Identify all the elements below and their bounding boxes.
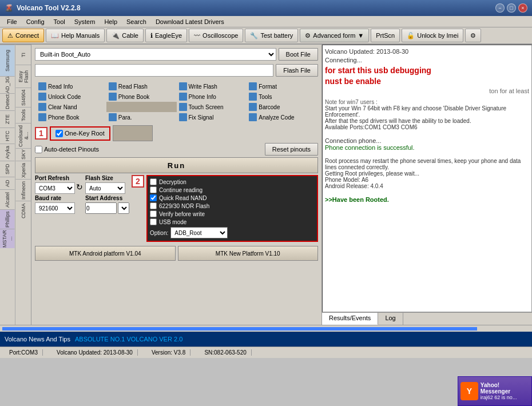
sidebar-item-si4904[interactable]: SI4904 <box>15 87 31 107</box>
advanced-form-button[interactable]: ⚙ Advanced form ▼ <box>300 29 369 42</box>
action-write-flash[interactable]: Write Flash <box>177 81 247 91</box>
sidebar-item-sky[interactable]: SKY <box>15 148 31 161</box>
badge-1: 1 <box>35 127 47 140</box>
option-dropdown[interactable]: ADB_Root <box>170 227 228 238</box>
onekey-root-checkbox[interactable] <box>55 130 63 137</box>
analyze-code-label: Analyze Code <box>259 114 294 121</box>
auto-detect-label[interactable]: Auto-detect Pinouts <box>35 146 99 153</box>
sidebar-item-easyflash[interactable]: Easy Flash <box>15 65 31 87</box>
log-line-6: Note for win7 users : <box>325 99 529 105</box>
sidebar-item-xperia[interactable]: Xperia <box>15 161 31 179</box>
menu-file[interactable]: File <box>2 17 22 26</box>
sidebar-item-ti[interactable]: TI <box>15 45 31 65</box>
dropdown-icon: ▼ <box>358 32 364 39</box>
sidebar-item-tools[interactable]: Tools <box>15 107 31 123</box>
reset-pinouts-button[interactable]: Reset pinouts <box>265 143 318 156</box>
read-flash-label: Read Flash <box>118 83 148 90</box>
action-barcode[interactable]: Barcode <box>247 102 317 112</box>
eagleeye-button[interactable]: ℹ EagleEye <box>145 29 187 42</box>
maximize-button[interactable]: □ <box>507 3 516 13</box>
flash-size-select[interactable]: Auto <box>85 182 125 194</box>
warning-icon: ⚠ <box>7 32 13 39</box>
close-button[interactable]: × <box>518 3 527 13</box>
yahoo-notification[interactable]: Y Yahoo! Messenger iraj62 62 is no... <box>458 376 532 406</box>
help-manuals-button[interactable]: 📖 Help Manuals <box>46 29 105 42</box>
action-touch-screen[interactable]: Touch Screen <box>177 102 247 112</box>
baud-select[interactable]: 921600 <box>35 202 75 214</box>
action-fix-signal[interactable]: Fix Signal <box>177 112 247 122</box>
cable-button[interactable]: 🔌 Cable <box>106 29 144 42</box>
run-button[interactable]: Run <box>35 157 318 173</box>
sidebar-item-aryka[interactable]: Aryka <box>0 144 15 161</box>
sidebar-item-coolsand[interactable]: Coolsand &... <box>15 123 31 148</box>
action-para[interactable]: Para. <box>106 112 177 122</box>
menu-config[interactable]: Config <box>22 17 49 26</box>
minimize-button[interactable]: − <box>495 3 505 13</box>
menu-system[interactable]: System <box>70 17 100 26</box>
settings-button[interactable]: ⚙ <box>465 29 481 42</box>
sidebar-item-htc[interactable]: HTC <box>0 128 15 144</box>
menu-search[interactable]: Search <box>122 17 151 26</box>
action-phone-book[interactable]: Phone Book <box>106 91 177 102</box>
sidebar-item-ad3g[interactable]: AD_3G <box>0 76 15 93</box>
verify-checkbox[interactable] <box>150 210 157 217</box>
action-analyze-code[interactable]: Analyze Code <box>247 112 317 122</box>
sidebar-item-detect[interactable]: Detect <box>0 93 15 110</box>
action-unlock-code[interactable]: Unlock Code <box>36 91 106 102</box>
yahoo-content: Yahoo! Messenger iraj62 62 is no... <box>481 382 529 400</box>
decryption-label: Decryption <box>159 179 186 185</box>
options-area: 2 Decryption Continue reading Quick Read… <box>132 175 318 242</box>
log-line-13: Getting Root privileges, please wait... <box>325 170 529 177</box>
decryption-checkbox[interactable] <box>150 178 157 185</box>
usb-mode-checkbox[interactable] <box>150 218 157 225</box>
quick-read-nand-checkbox[interactable] <box>150 194 157 201</box>
sidebar-item-samsung[interactable]: Samsung <box>0 45 15 76</box>
port-select[interactable]: COM3 <box>35 182 75 194</box>
para-label: Para. <box>118 114 132 121</box>
boot-select[interactable]: Built-in Boot_Auto <box>35 48 276 61</box>
flash-file-button[interactable]: Flash File <box>276 64 318 77</box>
tab-log[interactable]: Log <box>378 313 403 325</box>
oscilloscope-button[interactable]: 〰 Oscilloscope <box>189 29 243 42</box>
mtk-platform-1-button[interactable]: MTK Android platform V1.04 <box>35 246 176 261</box>
sidebar-item-phillips[interactable]: Phillips <box>0 209 15 229</box>
action-read-flash[interactable]: Read Flash <box>106 81 177 91</box>
port-refresh-icon[interactable]: ↻ <box>76 182 83 194</box>
sidebar-item-cdma[interactable]: CDMA <box>15 201 31 220</box>
news-link[interactable]: ABSOLUTE NO.1 VOLCANO VER 2.0 <box>75 336 182 343</box>
sidebar-item-spd[interactable]: SPD <box>0 161 15 177</box>
start-address-input[interactable] <box>85 202 117 214</box>
menu-tool[interactable]: Tool <box>49 17 70 26</box>
prtscn-button[interactable]: PrtScn <box>371 29 400 42</box>
sidebar-item-infineon[interactable]: Infineon <box>15 179 31 201</box>
action-phone-book2[interactable]: Phone Book <box>36 112 106 122</box>
sidebar-item-alcatel[interactable]: Alcatel <box>0 189 15 209</box>
action-format[interactable]: Format <box>247 81 317 91</box>
log-panel: Volcano Updated: 2013-08-30 Connecting..… <box>322 45 532 312</box>
unlock-imei-button[interactable]: 🔓 Unlock by Imei <box>402 29 463 42</box>
action-phone-info[interactable]: Phone Info <box>177 91 247 102</box>
action-tools[interactable]: Tools <box>247 91 317 102</box>
boot-file-button[interactable]: Boot File <box>279 48 318 61</box>
continue-reading-checkbox[interactable] <box>150 186 157 193</box>
touch-screen-label: Touch Screen <box>189 104 224 110</box>
menu-download[interactable]: Download Latest Drivers <box>151 17 229 26</box>
write-flash-icon <box>179 82 187 90</box>
sidebar-item-ad[interactable]: AD <box>0 177 15 189</box>
connect-label: Connect <box>15 32 39 39</box>
nor-flash-checkbox[interactable] <box>150 202 157 209</box>
sidebar-item-mstar[interactable]: MSTAR ... <box>0 229 15 248</box>
action-clear-nand[interactable]: Clear Nand <box>36 102 106 112</box>
mtk-platform-2-button[interactable]: MTK New Platform V1.10 <box>178 246 319 261</box>
connect-button[interactable]: ⚠ Connect <box>2 29 44 42</box>
test-battery-button[interactable]: 🔧 Test battery <box>245 29 298 42</box>
onekey-root-checkbox-label[interactable]: One-Key Root <box>55 130 105 137</box>
auto-detect-checkbox[interactable] <box>35 146 42 153</box>
clear-nand-icon <box>38 103 46 111</box>
start-address-unit[interactable]: ▼ <box>118 202 129 214</box>
tab-results-events[interactable]: Results/Events <box>322 313 378 325</box>
action-read-info[interactable]: Read Info <box>36 81 106 91</box>
window-controls[interactable]: − □ × <box>495 3 527 13</box>
sidebar-item-zte[interactable]: ZTE <box>0 110 15 128</box>
menu-help[interactable]: Help <box>100 17 122 26</box>
